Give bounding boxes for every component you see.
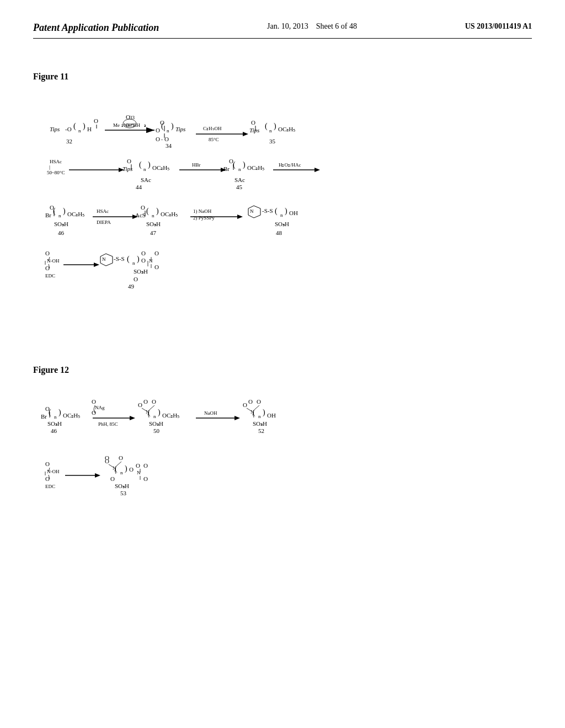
svg-text:H: H <box>87 126 92 132</box>
svg-text:O: O <box>141 257 146 264</box>
svg-text:N: N <box>149 258 153 264</box>
svg-text:Br: Br <box>41 413 47 420</box>
svg-marker-68 <box>315 168 320 172</box>
svg-text:Br: Br <box>223 165 230 172</box>
svg-text:O: O <box>154 250 159 256</box>
svg-text:48: 48 <box>276 229 282 236</box>
figure-11-section: Figure 11 Tips -O ( n ) H O <box>33 72 532 338</box>
svg-text:32: 32 <box>66 138 72 144</box>
svg-text:): ) <box>137 255 140 264</box>
svg-text:(: ( <box>253 408 255 417</box>
svg-text:n: n <box>258 414 261 419</box>
figure-12-title: Figure 12 <box>33 365 532 375</box>
arrow-h2o2: H₂O₂/HAc <box>273 162 320 172</box>
svg-text:N-OH: N-OH <box>47 258 60 264</box>
svg-text:): ) <box>243 160 246 169</box>
svg-text:Br: Br <box>45 212 51 218</box>
svg-text:): ) <box>83 122 86 131</box>
svg-text:OH: OH <box>289 210 298 216</box>
svg-text:O: O <box>143 475 148 482</box>
svg-text:SO₃H: SO₃H <box>253 420 267 427</box>
svg-text:n: n <box>152 213 154 218</box>
svg-text:45: 45 <box>236 184 243 190</box>
svg-marker-186 <box>95 473 100 478</box>
svg-text:n: n <box>78 128 81 133</box>
svg-text:n: n <box>58 213 61 218</box>
svg-line-168 <box>255 405 259 409</box>
svg-marker-93 <box>237 215 243 219</box>
svg-text:50~80°C: 50~80°C <box>47 170 65 175</box>
svg-text:(: ( <box>233 160 236 169</box>
compound-44: O Tips ( n ) OC₂H₅ SAc 44 <box>122 158 169 190</box>
svg-text:n: n <box>269 128 272 133</box>
svg-text:SO₃H: SO₃H <box>146 221 161 227</box>
svg-text:O: O <box>110 475 115 482</box>
svg-text:): ) <box>148 160 151 169</box>
svg-text:NAg: NAg <box>95 405 105 410</box>
svg-text:O: O <box>138 402 142 408</box>
svg-text:2) PySSPy: 2) PySSPy <box>193 215 215 221</box>
svg-text:HSAc: HSAc <box>50 159 62 164</box>
svg-text:44: 44 <box>136 184 142 190</box>
svg-text:-: - <box>161 137 163 142</box>
svg-text:OC₂H₅: OC₂H₅ <box>162 412 179 419</box>
svg-text:): ) <box>156 207 159 216</box>
compound-45: O Br ( n ) OC₂H₅ SAc 45 <box>223 158 264 190</box>
svg-text:OC₂H₅: OC₂H₅ <box>161 211 178 217</box>
svg-text:): ) <box>158 408 161 417</box>
compound-34: O O ( n ) Tips O - O 34 <box>156 119 185 149</box>
svg-text:OC₂H₅: OC₂H₅ <box>67 211 84 217</box>
svg-text:n: n <box>153 414 156 419</box>
svg-text:47: 47 <box>150 229 157 236</box>
svg-text:50: 50 <box>153 427 160 434</box>
svg-text:Tips: Tips <box>249 127 259 133</box>
edc-reaction: O N-OH O EDC <box>45 250 99 279</box>
fig12-compound-46: O Br ( n ) OC₂H₅ SO₃H 46 <box>41 405 80 434</box>
svg-text:OH: OH <box>267 412 276 419</box>
svg-text:35: 35 <box>269 138 276 144</box>
svg-text:): ) <box>274 122 276 131</box>
svg-text:SO₃H: SO₃H <box>115 483 129 489</box>
pub-date: Jan. 10, 2013 <box>267 22 308 30</box>
svg-text:N: N <box>250 208 254 214</box>
svg-text:O: O <box>143 398 148 405</box>
svg-text:O: O <box>257 398 261 405</box>
compound-48: N -S-S ( n ) OH SO₃H 48 <box>248 206 298 236</box>
svg-text:SO₃H: SO₃H <box>275 221 289 227</box>
svg-text:EDC: EDC <box>45 484 55 489</box>
svg-text:O: O <box>248 398 253 405</box>
svg-text:O: O <box>143 462 148 469</box>
svg-text:): ) <box>58 408 61 417</box>
arrow-34-35: C₂H₅OH 85°C <box>196 126 248 142</box>
fig12-arrow1: NAg O O PhH, 85C <box>92 398 135 427</box>
header-center: Jan. 10, 2013 Sheet 6 of 48 <box>267 22 357 31</box>
svg-text:DIEPA: DIEPA <box>97 220 111 225</box>
svg-text:O: O <box>164 136 169 142</box>
svg-text:n: n <box>167 128 169 133</box>
svg-text:): ) <box>263 408 265 417</box>
fig12-compound-53: O O N ( n ) O O N O O <box>105 454 148 496</box>
svg-text:OC₂H₅: OC₂H₅ <box>247 164 264 171</box>
svg-text:HSAc: HSAc <box>97 208 109 214</box>
svg-line-152 <box>150 405 154 409</box>
svg-text:EDC: EDC <box>45 273 55 279</box>
svg-text:n: n <box>143 167 146 172</box>
svg-text:-S-S: -S-S <box>262 207 273 214</box>
svg-text:(: ( <box>127 255 130 264</box>
figure-12-section: Figure 12 O Br ( n ) OC₂H₅ SO₃H 46 <box>33 365 532 565</box>
fig12-compound-52: O O N ( n ) OH SO₃H O 52 <box>243 398 276 434</box>
svg-text:): ) <box>285 207 287 216</box>
sheet-info: Sheet 6 of 48 <box>316 22 357 30</box>
svg-text:O: O <box>94 117 98 124</box>
svg-text:O: O <box>154 264 159 270</box>
svg-text:SAc: SAc <box>141 176 151 183</box>
compound-49: N -S-S ( n ) O O N O O <box>100 250 159 290</box>
svg-text:34: 34 <box>166 142 172 149</box>
figure-12-svg: O Br ( n ) OC₂H₅ SO₃H 46 NAg O <box>33 392 530 557</box>
compound-32: Tips -O ( n ) H O 32 <box>50 117 98 144</box>
svg-text:(: ( <box>275 207 278 216</box>
svg-text:53: 53 <box>120 490 127 496</box>
svg-marker-163 <box>234 416 240 420</box>
figure-11-title: Figure 11 <box>33 72 532 82</box>
svg-text:n: n <box>54 414 57 420</box>
